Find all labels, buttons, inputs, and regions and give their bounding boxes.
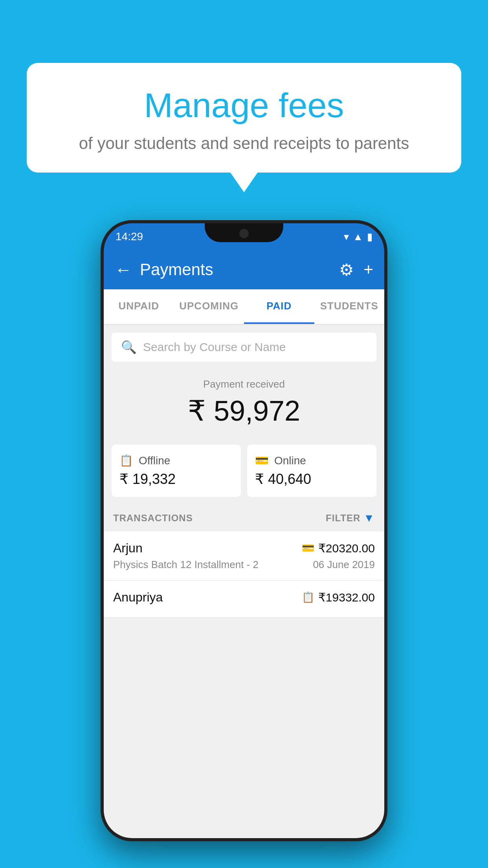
tab-upcoming[interactable]: UPCOMING (174, 289, 244, 324)
speech-bubble-section: Manage fees of your students and send re… (27, 63, 461, 173)
online-payment-icon: 💳 (302, 542, 314, 554)
tab-unpaid[interactable]: UNPAID (104, 289, 174, 324)
transaction-name-anupriya: Anupriya (113, 590, 163, 605)
settings-button[interactable]: ⚙ (339, 260, 354, 280)
filter-label: FILTER (326, 513, 360, 524)
speech-bubble: Manage fees of your students and send re… (27, 63, 461, 173)
online-card-top: 💳 Online (255, 454, 369, 467)
transaction-row[interactable]: Anupriya 📋 ₹19332.00 (104, 581, 384, 618)
payment-received-label: Payment received (113, 378, 375, 390)
status-time: 14:29 (116, 230, 143, 243)
volume-up-button (101, 302, 104, 326)
bubble-title: Manage fees (46, 86, 442, 125)
filter-button[interactable]: FILTER ▼ (326, 512, 375, 524)
online-payment-card: 💳 Online ₹ 40,640 (247, 445, 376, 497)
tab-students[interactable]: STUDENTS (314, 289, 385, 324)
transactions-label: TRANSACTIONS (113, 513, 193, 524)
back-button[interactable]: ← (115, 260, 132, 280)
phone-notch (205, 223, 283, 242)
filter-icon: ▼ (363, 512, 375, 524)
online-amount: ₹ 40,640 (255, 471, 369, 487)
phone-frame: 14:29 ▾ ▲ ▮ ← Payments ⚙ + UNPAID UPCOMI… (101, 220, 387, 841)
offline-payment-card: 📋 Offline ₹ 19,332 (112, 445, 241, 497)
tabs-bar: UNPAID UPCOMING PAID STUDENTS (104, 289, 384, 325)
transaction-row[interactable]: Arjun 💳 ₹20320.00 Physics Batch 12 Insta… (104, 531, 384, 581)
bubble-subtitle: of your students and send receipts to pa… (46, 134, 442, 153)
phone-camera (239, 229, 249, 238)
app-bar: ← Payments ⚙ + (104, 250, 384, 289)
offline-label: Offline (139, 454, 170, 467)
status-icons: ▾ ▲ ▮ (344, 231, 372, 243)
signal-icon: ▲ (353, 231, 363, 243)
wifi-icon: ▾ (344, 231, 349, 243)
app-bar-actions: ⚙ + (339, 260, 373, 280)
app-title: Payments (140, 260, 331, 279)
transaction-name-arjun: Arjun (113, 541, 143, 555)
silent-button (101, 388, 104, 428)
transaction-details-arjun: Physics Batch 12 Installment - 2 06 June… (113, 559, 375, 571)
transaction-course-arjun: Physics Batch 12 Installment - 2 (113, 559, 259, 571)
volume-down-button (101, 337, 104, 377)
search-input[interactable]: Search by Course or Name (143, 340, 286, 354)
transaction-top-arjun: Arjun 💳 ₹20320.00 (113, 541, 375, 555)
transaction-amount-arjun: 💳 ₹20320.00 (302, 541, 375, 555)
search-icon: 🔍 (121, 340, 137, 355)
payment-summary: Payment received ₹ 59,972 (104, 366, 384, 445)
online-icon: 💳 (255, 454, 269, 467)
transactions-header: TRANSACTIONS FILTER ▼ (104, 505, 384, 531)
online-label: Online (274, 454, 306, 467)
transaction-amount-anupriya: 📋 ₹19332.00 (302, 590, 375, 604)
transaction-date-arjun: 06 June 2019 (313, 559, 375, 571)
phone-content: 🔍 Search by Course or Name Payment recei… (104, 325, 384, 838)
power-button (384, 341, 387, 373)
offline-icon: 📋 (119, 454, 133, 467)
offline-amount: ₹ 19,332 (119, 471, 233, 487)
tab-paid[interactable]: PAID (244, 289, 314, 324)
transaction-top-anupriya: Anupriya 📋 ₹19332.00 (113, 590, 375, 605)
offline-card-top: 📋 Offline (119, 454, 233, 467)
total-payment-amount: ₹ 59,972 (113, 394, 375, 427)
add-button[interactable]: + (363, 260, 373, 279)
offline-payment-icon: 📋 (302, 591, 314, 603)
payment-cards: 📋 Offline ₹ 19,332 💳 Online ₹ 40,640 (104, 445, 384, 505)
search-bar[interactable]: 🔍 Search by Course or Name (112, 333, 376, 362)
battery-icon: ▮ (367, 231, 372, 243)
